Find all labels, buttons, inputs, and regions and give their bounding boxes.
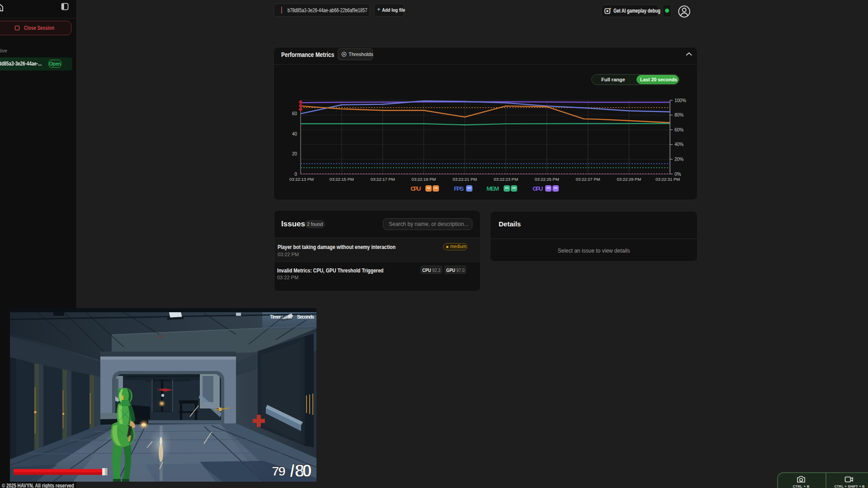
svg-text:Timer :: Timer : <box>270 314 283 319</box>
svg-text:79: 79 <box>272 464 286 479</box>
svg-text:0%: 0% <box>675 172 681 177</box>
svg-text:03:22:17 PM: 03:22:17 PM <box>371 177 395 182</box>
svg-text:MEM: MEM <box>486 185 499 192</box>
svg-text:Seconds: Seconds <box>297 314 314 319</box>
svg-text:CPU: CPU <box>410 185 421 192</box>
svg-text:03:22:13 PM: 03:22:13 PM <box>289 177 314 182</box>
svg-text:GPU: GPU <box>533 185 543 192</box>
svg-text:03:22:19 PM: 03:22:19 PM <box>411 177 436 182</box>
svg-text:03:22:31 PM: 03:22:31 PM <box>656 177 680 182</box>
svg-text:100%: 100% <box>675 98 686 103</box>
svg-text:20: 20 <box>292 151 297 156</box>
svg-text:0: 0 <box>294 172 297 177</box>
svg-text:40%: 40% <box>675 142 684 147</box>
svg-text:60: 60 <box>292 111 297 116</box>
svg-text:03:22:15 PM: 03:22:15 PM <box>330 177 354 182</box>
svg-text:40: 40 <box>292 131 297 136</box>
svg-text:57: 57 <box>288 314 293 319</box>
svg-text:03:22:27 PM: 03:22:27 PM <box>576 177 600 182</box>
svg-text:60%: 60% <box>675 127 684 132</box>
svg-text:20%: 20% <box>675 157 684 162</box>
svg-text:80%: 80% <box>675 113 684 117</box>
svg-text:03:22:23 PM: 03:22:23 PM <box>494 177 518 182</box>
svg-text:03:22:25 PM: 03:22:25 PM <box>535 177 559 182</box>
svg-text:03:22:29 PM: 03:22:29 PM <box>617 177 641 182</box>
svg-text:/ 80: / 80 <box>290 461 312 480</box>
svg-text:03:22:21 PM: 03:22:21 PM <box>453 177 477 182</box>
svg-text:FPS: FPS <box>454 185 464 192</box>
